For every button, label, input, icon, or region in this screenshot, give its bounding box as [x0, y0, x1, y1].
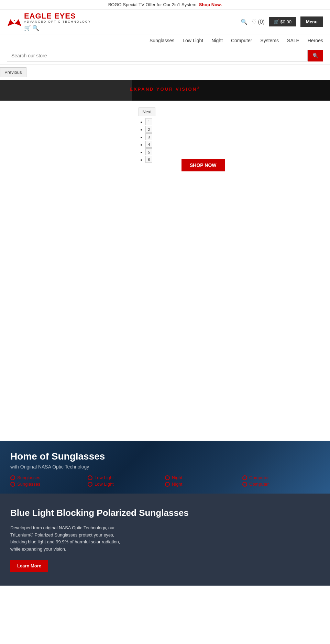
dot-list: 1 2 3 4 5 6 — [139, 118, 152, 163]
list-item: 3 — [145, 133, 152, 140]
prev-button-wrapper: Previous — [0, 65, 330, 80]
cart-amount: $0.00 — [280, 19, 292, 24]
circle-icon — [10, 482, 15, 487]
nav-systems[interactable]: Systems — [260, 38, 279, 43]
circle-icon — [10, 475, 15, 480]
banner-text: BOGO Special TV Offer for Our 2in1 Syste… — [108, 2, 198, 7]
list-item: 1 — [145, 118, 152, 125]
eagle-logo-icon — [7, 16, 22, 27]
next-button[interactable]: Next — [139, 108, 155, 116]
dot-1[interactable]: 1 — [145, 118, 152, 125]
header-bottom-icons: 🛒 🔍 — [24, 25, 91, 31]
blue-light-title: Blue Light Blocking Polarized Sunglasses — [10, 507, 320, 519]
logo-area: EAGLE EYES ADVANCED OPTIC TECHNOLOGY 🛒 🔍 — [7, 12, 91, 31]
dot-5[interactable]: 5 — [145, 148, 152, 155]
menu-button[interactable]: Menu — [300, 16, 323, 27]
nav-computer[interactable]: Computer — [231, 38, 252, 43]
wishlist-button[interactable]: ♡ (0) — [252, 19, 265, 25]
svg-point-1 — [13, 21, 16, 23]
search-icon: 🔍 — [241, 19, 248, 25]
home-link-lowlight-2[interactable]: Low Light — [88, 482, 165, 487]
header: EAGLE EYES ADVANCED OPTIC TECHNOLOGY 🛒 🔍… — [0, 10, 330, 34]
nav-heroes[interactable]: Heroes — [308, 38, 323, 43]
list-item: 6 — [145, 156, 152, 163]
cart-icon-small[interactable]: 🛒 — [24, 25, 31, 31]
home-link-sunglasses-1[interactable]: Sunglasses — [10, 475, 88, 480]
search-input[interactable] — [7, 50, 308, 61]
home-link-computer-1[interactable]: Computer — [242, 475, 320, 480]
hero-area: EXPAND YOUR VISION® Next 1 2 3 4 5 6 SHO… — [0, 80, 330, 200]
dot-2[interactable]: 2 — [145, 126, 152, 133]
home-links: Sunglasses Low Light Night Computer Sung… — [10, 475, 320, 487]
search-submit-icon: 🔍 — [312, 53, 318, 58]
wishlist-count: (0) — [258, 19, 265, 25]
banner-link[interactable]: Shop Now. — [199, 2, 222, 7]
nav-sale[interactable]: SALE — [287, 38, 299, 43]
circle-icon — [165, 475, 170, 480]
search-button[interactable]: 🔍 — [241, 19, 248, 25]
wishlist-icon: ♡ — [252, 19, 256, 25]
shop-now-button[interactable]: SHOP NOW — [182, 159, 225, 171]
dot-6[interactable]: 6 — [145, 156, 152, 163]
circle-icon — [88, 475, 92, 480]
logo-main: EAGLE EYES — [24, 12, 91, 20]
logo-sub: ADVANCED OPTIC TECHNOLOGY — [24, 20, 91, 23]
hero-dark-bar — [0, 80, 132, 101]
search-bar: 🔍 — [0, 47, 330, 65]
dot-3[interactable]: 3 — [145, 133, 152, 140]
nav-sunglasses[interactable]: Sunglasses — [150, 38, 174, 43]
circle-icon — [165, 482, 170, 487]
main-nav: Sunglasses Low Light Night Computer Syst… — [0, 34, 330, 47]
home-link-night-1[interactable]: Night — [165, 475, 242, 480]
dot-4[interactable]: 4 — [145, 141, 152, 148]
nav-low-light[interactable]: Low Light — [183, 38, 203, 43]
expand-text: EXPAND YOUR VISION® — [130, 86, 200, 92]
circle-icon — [242, 482, 247, 487]
list-item: 5 — [145, 148, 152, 155]
blue-light-section: Blue Light Blocking Polarized Sunglasses… — [0, 494, 330, 586]
circle-icon — [88, 482, 92, 487]
previous-button[interactable]: Previous — [0, 67, 26, 77]
cart-icon: 🛒 — [274, 19, 279, 24]
home-link-computer-2[interactable]: Computer — [242, 482, 320, 487]
home-title: Home of Sunglasses — [10, 451, 320, 462]
circle-icon — [242, 475, 247, 480]
search-icon-small[interactable]: 🔍 — [32, 25, 39, 31]
home-link-lowlight-1[interactable]: Low Light — [88, 475, 165, 480]
nav-night[interactable]: Night — [211, 38, 223, 43]
top-banner: BOGO Special TV Offer for Our 2in1 Syste… — [0, 0, 330, 10]
white-space — [0, 200, 330, 441]
home-subtitle: with Original NASA Optic Technology — [10, 464, 320, 470]
home-link-night-2[interactable]: Night — [165, 482, 242, 487]
home-section: Home of Sunglasses with Original NASA Op… — [0, 441, 330, 494]
slider-controls: Next 1 2 3 4 5 6 — [139, 108, 155, 163]
home-link-sunglasses-2[interactable]: Sunglasses — [10, 482, 88, 487]
list-item: 2 — [145, 126, 152, 133]
list-item: 4 — [145, 141, 152, 148]
blue-light-desc: Developed from original NASA Optic Techn… — [10, 524, 127, 553]
header-icons: 🔍 ♡ (0) 🛒 $0.00 Menu — [241, 16, 323, 27]
logo-text-area: EAGLE EYES ADVANCED OPTIC TECHNOLOGY 🛒 🔍 — [24, 12, 91, 31]
cart-button[interactable]: 🛒 $0.00 — [269, 17, 296, 26]
learn-more-button[interactable]: Learn More — [10, 560, 48, 572]
search-submit-button[interactable]: 🔍 — [308, 50, 323, 61]
